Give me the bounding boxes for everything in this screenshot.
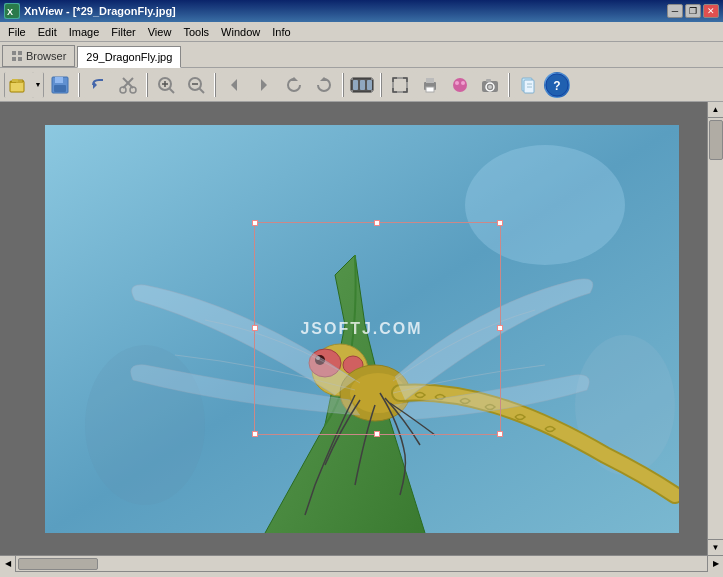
save-button[interactable] (46, 71, 74, 99)
svg-rect-39 (426, 87, 434, 92)
svg-rect-3 (18, 51, 22, 55)
svg-rect-32 (351, 78, 353, 80)
app-icon: X (4, 3, 20, 19)
svg-rect-33 (351, 90, 353, 92)
open-button[interactable] (5, 71, 33, 99)
title-bar-left: X XnView - [*29_DragonFly.jpg] (4, 3, 176, 19)
image-area[interactable]: JSOFTJ.COM ▲ ▼ (0, 102, 723, 555)
scroll-left-button[interactable]: ◀ (0, 556, 16, 572)
svg-rect-38 (426, 78, 434, 83)
svg-rect-2 (12, 51, 16, 55)
active-tab[interactable]: 29_DragonFly.jpg (77, 46, 181, 68)
separator-4 (342, 73, 344, 97)
cut-button[interactable] (114, 71, 142, 99)
svg-marker-25 (261, 79, 267, 91)
main-content: JSOFTJ.COM ▲ ▼ (0, 102, 723, 555)
undo-button[interactable] (84, 71, 112, 99)
svg-rect-5 (18, 57, 22, 61)
menu-view[interactable]: View (142, 24, 178, 40)
zoom-out-button[interactable] (182, 71, 210, 99)
browser-bar: Browser 29_DragonFly.jpg (0, 42, 723, 68)
help-button[interactable]: ? (544, 72, 570, 98)
svg-rect-10 (55, 77, 63, 83)
menu-image[interactable]: Image (63, 24, 106, 40)
svg-rect-46 (486, 79, 491, 82)
svg-point-42 (461, 81, 465, 85)
toolbar: ▼ (0, 68, 723, 102)
separator-5 (380, 73, 382, 97)
dragonfly-image (45, 125, 679, 533)
menu-edit[interactable]: Edit (32, 24, 63, 40)
fullscreen-button[interactable] (386, 71, 414, 99)
browser-button[interactable]: Browser (2, 45, 75, 67)
filmstrip-button[interactable] (348, 71, 376, 99)
svg-text:X: X (7, 7, 13, 17)
svg-point-54 (465, 145, 625, 265)
minimize-button[interactable]: ─ (667, 4, 683, 18)
separator-6 (508, 73, 510, 97)
browser-label: Browser (26, 50, 66, 62)
color-button[interactable] (446, 71, 474, 99)
svg-rect-29 (353, 80, 358, 90)
camera-button[interactable] (476, 71, 504, 99)
svg-rect-11 (54, 85, 66, 92)
vertical-scrollbar[interactable]: ▲ ▼ (707, 102, 723, 555)
svg-rect-30 (360, 80, 365, 90)
svg-rect-6 (10, 81, 24, 92)
scroll-thumb-h[interactable] (18, 558, 98, 570)
scroll-up-button[interactable]: ▲ (708, 102, 724, 118)
svg-marker-24 (231, 79, 237, 91)
horizontal-scrollbar[interactable]: ◀ ▶ (0, 555, 723, 571)
title-bar-controls: ─ ❐ ✕ (667, 4, 719, 18)
svg-rect-34 (371, 78, 373, 80)
menu-file[interactable]: File (2, 24, 32, 40)
svg-point-41 (455, 81, 459, 85)
zoom-in-button[interactable] (152, 71, 180, 99)
next-button[interactable] (250, 71, 278, 99)
tab-filename: 29_DragonFly.jpg (86, 51, 172, 63)
close-button[interactable]: ✕ (703, 4, 719, 18)
svg-rect-36 (393, 78, 407, 92)
rotate-left-button[interactable] (280, 71, 308, 99)
print-button[interactable] (416, 71, 444, 99)
menu-bar: File Edit Image Filter View Tools Window… (0, 22, 723, 42)
menu-filter[interactable]: Filter (105, 24, 141, 40)
svg-rect-8 (12, 79, 18, 82)
scroll-right-button[interactable]: ▶ (707, 556, 723, 572)
menu-info[interactable]: Info (266, 24, 296, 40)
pages-button[interactable] (514, 71, 542, 99)
menu-window[interactable]: Window (215, 24, 266, 40)
separator-2 (146, 73, 148, 97)
window-title: XnView - [*29_DragonFly.jpg] (24, 5, 176, 17)
svg-point-40 (453, 78, 467, 92)
rotate-right-button[interactable] (310, 71, 338, 99)
prev-button[interactable] (220, 71, 248, 99)
scroll-thumb-v[interactable] (709, 120, 723, 160)
svg-text:?: ? (553, 78, 560, 92)
svg-line-18 (169, 88, 174, 93)
status-bar: 29_DragonFly.jpg 587×440×24 True Colours… (0, 571, 723, 577)
restore-button[interactable]: ❐ (685, 4, 701, 18)
separator-3 (214, 73, 216, 97)
title-bar: X XnView - [*29_DragonFly.jpg] ─ ❐ ✕ (0, 0, 723, 22)
svg-rect-31 (367, 80, 372, 90)
scroll-down-button[interactable]: ▼ (708, 539, 724, 555)
svg-rect-4 (12, 57, 16, 61)
svg-point-45 (488, 85, 492, 89)
open-dropdown[interactable]: ▼ (33, 71, 43, 99)
svg-line-22 (199, 88, 204, 93)
svg-rect-35 (371, 90, 373, 92)
separator-1 (78, 73, 80, 97)
menu-tools[interactable]: Tools (177, 24, 215, 40)
